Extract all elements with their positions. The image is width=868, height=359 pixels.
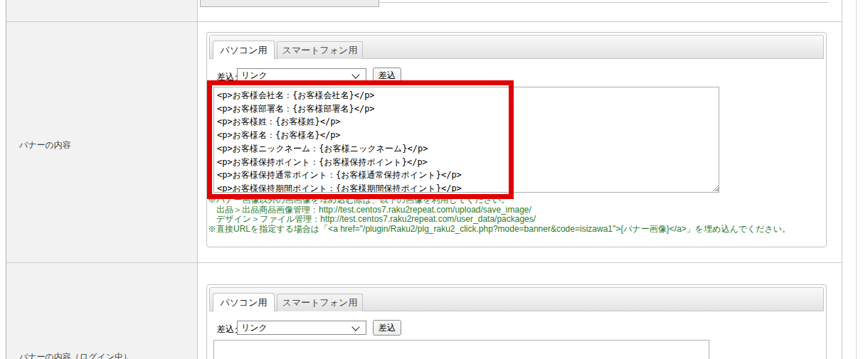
label-column [6,0,197,359]
banner-content-login-panel: パソコン用 スマートフォン用 差込タグ リンク 差込 [206,284,827,359]
row-label-banner-content-login: バナーの内容（ログイン中） [19,351,132,359]
tab-pc[interactable]: パソコン用 [213,293,275,311]
note-line: 出品＞出品商品画像管理：http://test.centos7.raku2rep… [208,205,824,215]
tab-pc[interactable]: パソコン用 [213,41,275,59]
banner-content-textarea[interactable]: <p>お客様会社名：{お客様会社名}</p> <p>お客様部署名：{お客様部署名… [213,87,719,193]
note-line: デザイン＞ファイル管理：http://test.centos7.raku2rep… [208,215,824,225]
chevron-down-icon [351,70,359,78]
chevron-down-icon [351,323,359,331]
tab-smartphone[interactable]: スマートフォン用 [277,41,363,59]
tab-smartphone[interactable]: スマートフォン用 [277,294,363,311]
divider [856,0,857,359]
banner-content-login-textarea[interactable] [213,340,709,359]
note-line: ※直接URLを指定する場合は「<a href="/plugin/Raku2/pl… [208,225,824,235]
banner-content-panel: パソコン用 スマートフォン用 差込タグ リンク 差込 <p>お客様会社名：{お客… [206,32,827,247]
usage-notes: ※バナー画像以外の画画像を埋め込む際は、以下の画像を利用してください。 出品＞出… [208,195,824,234]
divider [6,21,842,22]
insert-tag-select[interactable]: リンク [237,321,366,335]
note-line: ※バナー画像以外の画画像を埋め込む際は、以下の画像を利用してください。 [208,195,824,205]
insert-tag-select[interactable]: リンク [237,68,366,82]
resize-grip-icon[interactable] [711,184,719,191]
divider [6,0,6,359]
divider [842,0,842,359]
insert-tag-selected-value: リンク [241,70,268,80]
divider [197,0,198,359]
divider [6,262,842,263]
row-label-banner-content: バナーの内容 [19,139,71,151]
page: バナーの内容 パソコン用 スマートフォン用 差込タグ リンク 差込 <p>お客様… [0,0,868,359]
insert-button[interactable]: 差込 [373,68,401,83]
insert-button[interactable]: 差込 [373,320,401,336]
previous-row-field-fragment [200,0,379,7]
insert-tag-selected-value: リンク [241,323,268,333]
